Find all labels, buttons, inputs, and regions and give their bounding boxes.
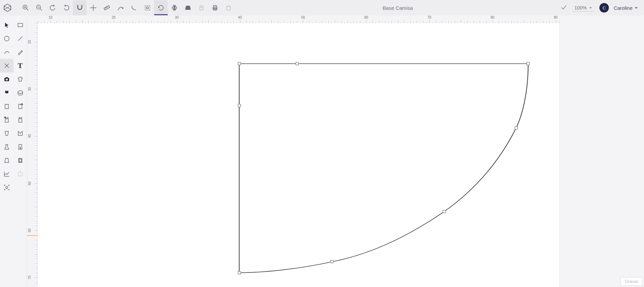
user-menu[interactable]: Caroline [614,5,638,11]
ruler-vertical[interactable]: 203040506070 [27,23,38,287]
svg-line-36 [18,37,22,41]
svg-marker-31 [589,7,592,9]
canvas[interactable] [38,23,559,287]
bodice-icon[interactable] [0,86,14,100]
corner-icon[interactable] [127,0,141,15]
svg-rect-21 [185,8,191,10]
anchor-handle[interactable] [527,62,530,65]
left-toolbox: T [0,16,27,287]
svg-rect-42 [6,77,8,78]
refresh-icon[interactable] [154,0,168,15]
layers-icon[interactable] [181,0,195,15]
ghost-icon [195,0,208,15]
snap-icon[interactable] [73,0,87,15]
user-name: Caroline [614,5,633,11]
svg-marker-33 [5,23,8,28]
tank-left-icon[interactable] [0,113,14,127]
svg-rect-22 [186,6,190,7]
chart-icon[interactable] [0,167,14,181]
svg-rect-46 [18,173,22,176]
anchor-handle[interactable] [331,260,334,263]
zoom-in-icon[interactable] [19,0,32,15]
ruler-corner [27,16,38,23]
svg-rect-26 [214,5,216,7]
svg-point-41 [6,79,8,81]
top-toolbar: Base Camisa 100% C Caroline [0,0,644,16]
tape-icon[interactable] [14,86,27,100]
collar-icon[interactable] [14,127,27,140]
svg-point-44 [21,104,23,105]
pencil-icon[interactable] [14,45,27,59]
grading-icon[interactable] [14,154,27,167]
svg-line-14 [106,7,107,8]
undo-icon[interactable] [46,0,59,15]
work-area: 102030405060708090100 203040506070 Grava… [27,16,644,287]
svg-rect-17 [145,5,150,10]
close-icon[interactable] [0,59,14,72]
save-button[interactable]: Gravar [620,277,643,286]
rectangle-icon[interactable] [14,18,27,32]
zoom-select[interactable]: 100% [572,4,595,12]
trash-icon [222,0,235,15]
svg-line-8 [40,9,42,10]
sleeve-icon[interactable] [0,127,14,140]
mirror-icon[interactable] [168,0,181,15]
blank [14,181,27,194]
avatar[interactable]: C [599,3,609,13]
circle-icon[interactable] [0,32,14,45]
properties-panel: Gravar [559,16,644,287]
svg-line-4 [27,9,28,10]
zoom-out-icon[interactable] [32,0,46,15]
text-icon[interactable]: T [14,59,27,72]
svg-rect-20 [186,7,190,8]
select-arrow-icon[interactable] [0,18,14,32]
svg-point-18 [146,7,148,9]
print-icon[interactable] [208,0,222,15]
svg-point-23 [200,7,201,7]
svg-marker-32 [635,7,638,9]
anchor-handle[interactable] [238,62,241,65]
redo-icon[interactable] [59,0,73,15]
document-title: Base Camisa [235,5,560,11]
svg-line-13 [105,8,106,8]
svg-point-45 [4,117,6,118]
export-icon [14,167,27,181]
ruler-horizontal[interactable]: 102030405060708090100 [38,16,644,23]
pants-icon[interactable] [14,140,27,154]
svg-rect-28 [227,6,230,10]
zoom-value: 100% [574,5,587,10]
curve-edit-icon[interactable] [114,0,127,15]
anchor-handle[interactable] [515,126,518,129]
dress-icon[interactable] [0,140,14,154]
anchor-handle[interactable] [295,62,299,65]
curve-icon[interactable] [0,45,14,59]
confirm-icon[interactable] [560,4,568,12]
camera-icon[interactable] [0,72,14,86]
shirt-front-icon[interactable] [0,100,14,113]
svg-point-47 [6,186,8,189]
svg-point-24 [202,7,202,7]
focus-icon[interactable] [0,181,14,194]
line-icon[interactable] [14,32,27,45]
anchor-handle[interactable] [238,271,241,274]
ruler-icon[interactable] [100,0,114,15]
svg-point-43 [18,91,23,93]
svg-rect-34 [18,23,23,27]
shirt-back-icon[interactable] [14,100,27,113]
select-area-icon[interactable] [141,0,154,15]
skirt-icon[interactable] [0,154,14,167]
anchor-handle[interactable] [443,210,446,213]
svg-point-35 [4,36,9,41]
crosshair-icon[interactable] [87,0,100,15]
tank-right-icon[interactable] [14,113,27,127]
right-controls: 100% C Caroline [560,3,638,13]
svg-line-15 [107,7,108,7]
garment-piece-icon[interactable] [14,72,27,86]
anchor-handle[interactable] [238,104,241,107]
logo-icon[interactable] [2,2,13,13]
